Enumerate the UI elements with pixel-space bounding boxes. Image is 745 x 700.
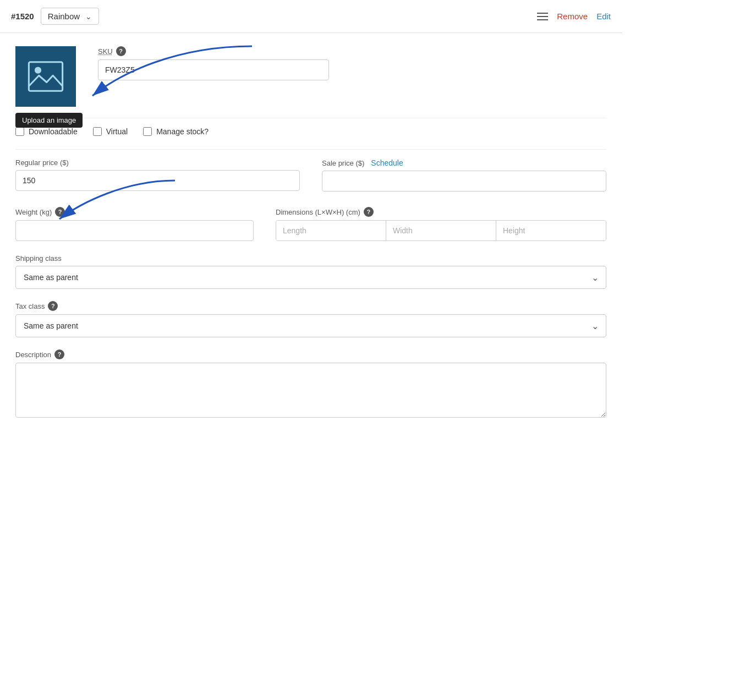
length-input[interactable] bbox=[276, 221, 386, 240]
manage-stock-checkbox-item[interactable]: Manage stock? bbox=[143, 127, 209, 136]
weight-help-icon[interactable]: ? bbox=[55, 207, 65, 217]
weight-field: Weight (kg) ? bbox=[15, 207, 254, 241]
manage-stock-label: Manage stock? bbox=[156, 127, 209, 136]
sku-label: SKU ? bbox=[98, 46, 329, 56]
weight-dimensions-section: Weight (kg) ? Dimensions (L×W×H) (cm) ? bbox=[15, 207, 606, 241]
sale-price-field: Sale price ($) Schedule bbox=[322, 158, 606, 192]
divider-1 bbox=[15, 118, 606, 118]
image-upload-area[interactable]: Upload an image bbox=[15, 46, 76, 107]
product-name-dropdown[interactable]: Rainbow ⌄ bbox=[41, 8, 99, 25]
downloadable-label: Downloadable bbox=[29, 127, 78, 136]
product-name-label: Rainbow bbox=[48, 12, 80, 21]
height-input[interactable] bbox=[496, 221, 606, 240]
tax-help-icon[interactable]: ? bbox=[48, 301, 58, 311]
downloadable-checkbox[interactable] bbox=[15, 127, 24, 136]
description-help-icon[interactable]: ? bbox=[54, 349, 64, 359]
weight-label: Weight (kg) ? bbox=[15, 207, 254, 217]
svg-point-2 bbox=[35, 67, 41, 74]
downloadable-checkbox-item[interactable]: Downloadable bbox=[15, 127, 78, 136]
main-content: Upload an image SKU ? Downloadable Virtu… bbox=[0, 33, 622, 444]
header-actions: Remove Edit bbox=[537, 12, 611, 21]
product-id: #1520 bbox=[11, 12, 34, 21]
edit-button[interactable]: Edit bbox=[596, 12, 611, 21]
schedule-link[interactable]: Schedule bbox=[371, 158, 403, 167]
price-section: Regular price ($) Sale price ($) Schedul… bbox=[15, 158, 606, 192]
tax-class-wrapper: Same as parent Standard Reduced rate Zer… bbox=[15, 314, 606, 337]
image-icon bbox=[26, 57, 65, 96]
regular-price-label: Regular price ($) bbox=[15, 158, 300, 167]
shipping-class-field: Shipping class Same as parent No shippin… bbox=[15, 254, 606, 289]
width-input[interactable] bbox=[386, 221, 496, 240]
description-textarea[interactable] bbox=[15, 363, 606, 418]
header: #1520 Rainbow ⌄ Remove Edit bbox=[0, 0, 622, 33]
menu-icon[interactable] bbox=[537, 13, 548, 20]
svg-rect-1 bbox=[29, 62, 62, 91]
shipping-class-select[interactable]: Same as parent No shipping class bbox=[15, 266, 606, 289]
shipping-class-wrapper: Same as parent No shipping class ⌄ bbox=[15, 266, 606, 289]
sku-help-icon[interactable]: ? bbox=[116, 46, 126, 56]
shipping-class-label: Shipping class bbox=[15, 254, 606, 262]
sku-area: SKU ? bbox=[98, 46, 329, 80]
image-placeholder[interactable] bbox=[15, 46, 76, 107]
sale-price-label: Sale price ($) Schedule bbox=[322, 158, 606, 167]
sku-input[interactable] bbox=[98, 59, 329, 80]
description-field: Description ? bbox=[15, 349, 606, 419]
dimensions-inputs bbox=[276, 220, 606, 241]
weight-input[interactable] bbox=[15, 220, 254, 241]
virtual-checkbox[interactable] bbox=[93, 127, 102, 136]
sale-price-input[interactable] bbox=[322, 171, 606, 192]
regular-price-input[interactable] bbox=[15, 170, 300, 191]
chevron-down-icon: ⌄ bbox=[85, 12, 92, 21]
dimensions-label: Dimensions (L×W×H) (cm) ? bbox=[276, 207, 606, 217]
top-section: Upload an image SKU ? bbox=[15, 46, 606, 107]
tax-class-select[interactable]: Same as parent Standard Reduced rate Zer… bbox=[15, 314, 606, 337]
virtual-checkbox-item[interactable]: Virtual bbox=[93, 127, 128, 136]
upload-tooltip: Upload an image bbox=[15, 113, 83, 128]
manage-stock-checkbox[interactable] bbox=[143, 127, 152, 136]
virtual-label: Virtual bbox=[106, 127, 128, 136]
divider-2 bbox=[15, 149, 606, 150]
remove-button[interactable]: Remove bbox=[557, 12, 588, 21]
tax-class-label: Tax class ? bbox=[15, 301, 606, 311]
dimensions-field: Dimensions (L×W×H) (cm) ? bbox=[276, 207, 606, 241]
description-label: Description ? bbox=[15, 349, 606, 359]
dimensions-help-icon[interactable]: ? bbox=[364, 207, 374, 217]
checkboxes-row: Downloadable Virtual Manage stock? bbox=[15, 127, 606, 136]
regular-price-field: Regular price ($) bbox=[15, 158, 300, 192]
tax-class-field: Tax class ? Same as parent Standard Redu… bbox=[15, 301, 606, 337]
